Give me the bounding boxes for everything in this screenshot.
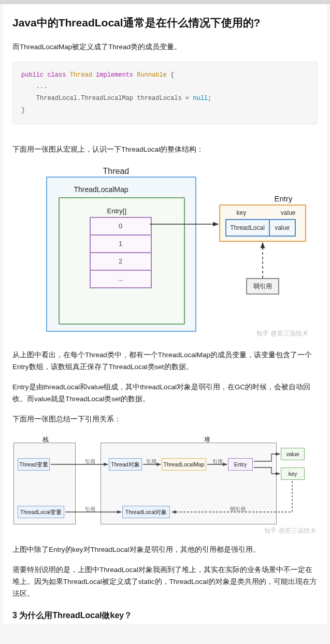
window-chrome-top: [0, 0, 330, 4]
paragraph: 下面用一张图从宏观上，认识一下ThreadLocal的整体结构：: [12, 144, 318, 156]
diagram-box-map: Entry[] 0 1 2 ...: [59, 197, 185, 325]
code-block: public class Thread implements Runnable …: [12, 62, 318, 124]
code-keyword: public: [21, 71, 44, 79]
paragraph: 上图中除了Entry的key对ThreadLocal对象是弱引用，其他的引用都是…: [12, 544, 318, 556]
diagram-node-thread-var: Thread变量: [18, 458, 50, 471]
diagram-box-thread: ThreadLocalMap Entry[] 0 1 2 ...: [46, 177, 196, 332]
diagram-label-ref: 引用: [212, 457, 223, 466]
watermark: 知乎 @苏三说技术: [256, 328, 308, 339]
diagram-label-map: ThreadLocalMap: [74, 184, 128, 196]
code-keyword: implements: [96, 71, 133, 79]
code-type: Thread: [70, 71, 92, 79]
code-text: ...: [21, 83, 47, 90]
diagram-array-cell: 1: [90, 235, 152, 253]
article-body: Java中的ThreadLocal通常是在什么情况下使用的? 而ThreadLo…: [3, 4, 327, 624]
code-keyword: class: [47, 71, 66, 79]
diagram-label-entry-array: Entry[]: [107, 206, 127, 217]
diagram-cell-value: value: [269, 219, 296, 237]
diagram-entry-array: 0 1 2 ...: [90, 217, 152, 288]
code-text: }: [21, 107, 25, 114]
paragraph: 下面用一张图总结一下引用关系：: [12, 414, 318, 426]
code-text: ThreadLocal.ThreadLocalMap threadLocals …: [21, 95, 193, 102]
diagram-label-key: key: [237, 208, 247, 218]
paragraph: 需要特别说明的是，上图中ThreadLocal对象我画到了堆上，其实在实际的业务…: [12, 564, 318, 600]
diagram-node-value: value: [281, 448, 305, 460]
page-title: Java中的ThreadLocal通常是在什么情况下使用的?: [12, 13, 318, 32]
diagram-node-threadlocal-var: ThreadLocal变量: [18, 506, 64, 518]
diagram-label-weakref: 弱引用: [230, 505, 246, 514]
diagram-label-ref: 引用: [146, 457, 156, 466]
code-text: {: [167, 71, 174, 79]
diagram-array-cell: 0: [90, 217, 152, 236]
diagram-label-ref: 引用: [85, 457, 95, 466]
diagram-box-entry: key value ThreadLocal value: [219, 204, 306, 242]
diagram-label-ref: 引用: [85, 505, 95, 514]
diagram-label-entry: Entry: [274, 192, 292, 206]
diagram-node-entry: Entry: [228, 458, 253, 471]
diagram-node-thread-obj: Thread对象: [109, 458, 142, 471]
diagram-label-value: value: [281, 208, 296, 218]
code-type: Runnable: [137, 71, 167, 79]
diagram-threadlocal-structure: Thread ThreadLocalMap Entry[] 0 1 2 ... …: [20, 164, 310, 340]
code-literal: null: [193, 95, 208, 102]
paragraph: 而ThreadLocalMap被定义成了Thread类的成员变量。: [12, 41, 318, 53]
diagram-node-threadlocal-obj: ThreadLocal对象: [122, 506, 170, 518]
diagram-array-cell: 2: [90, 252, 152, 271]
paragraph: 从上图中看出，在每个Thread类中，都有一个ThreadLocalMap的成员…: [12, 349, 318, 373]
code-text: ;: [208, 95, 211, 102]
diagram-cell-key: ThreadLocal: [225, 219, 270, 237]
next-section-heading: 3 为什么用ThreadLocal做key？: [12, 608, 318, 622]
diagram-node-key: key: [281, 467, 305, 480]
watermark: 知乎 @苏三说技术: [264, 525, 316, 536]
diagram-node-threadlocalmap: ThreadLocalMap: [162, 458, 206, 471]
diagram-array-cell: ...: [90, 270, 152, 288]
diagram-box-weakref: 弱引用: [246, 278, 279, 295]
diagram-reference-relations: 栈 堆 Thread变量 ThreadLocal变量 Thread对象 Thre…: [12, 433, 318, 537]
paragraph: Entry是由threadLocal和value组成，其中threadLocal…: [12, 382, 318, 405]
diagram-label-thread: Thread: [103, 164, 130, 178]
